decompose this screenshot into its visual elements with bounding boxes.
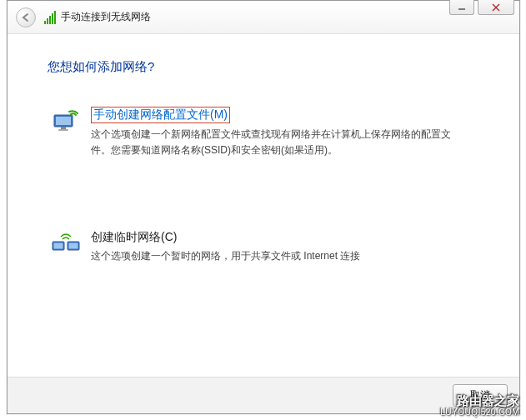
back-arrow-icon	[21, 12, 31, 22]
svg-rect-5	[61, 127, 66, 129]
option-adhoc-title: 创建临时网络(C)	[91, 230, 476, 245]
back-button[interactable]	[16, 8, 36, 28]
option-adhoc-desc: 这个选项创建一个暂时的网络，用于共享文件或 Internet 连接	[91, 248, 458, 264]
wizard-question: 您想如何添加网络?	[48, 59, 479, 75]
wizard-content: 您想如何添加网络? 手动创建网络配置文件(M) 这个选项创建一个新网络配置文件或…	[8, 34, 519, 355]
option-manual-desc: 这个选项创建一个新网络配置文件或查找现有网络并在计算机上保存网络的配置文件。您需…	[91, 127, 458, 158]
svg-rect-6	[58, 129, 68, 131]
watermark-brand: 路由器之家	[440, 394, 519, 408]
close-button[interactable]	[478, 0, 514, 15]
adhoc-network-icon	[51, 230, 81, 260]
option-adhoc-body: 创建临时网络(C) 这个选项创建一个暂时的网络，用于共享文件或 Internet…	[91, 230, 476, 264]
watermark: 路由器之家 LUYOUQI520.COM	[440, 394, 519, 418]
wizard-title: 手动连接到无线网络	[61, 10, 151, 24]
option-manual-profile[interactable]: 手动创建网络配置文件(M) 这个选项创建一个新网络配置文件或查找现有网络并在计算…	[48, 100, 479, 165]
close-icon	[492, 3, 500, 12]
option-manual-title: 手动创建网络配置文件(M)	[91, 107, 230, 123]
wizard-window: 手动连接到无线网络 您想如何添加网络? 手动创建网络配置文件(M) 这个选项创建…	[7, 0, 520, 414]
svg-rect-8	[54, 243, 63, 249]
watermark-url: LUYOUQI520.COM	[440, 408, 519, 417]
minimize-button[interactable]	[449, 0, 474, 15]
option-manual-body: 手动创建网络配置文件(M) 这个选项创建一个新网络配置文件或查找现有网络并在计算…	[91, 107, 476, 158]
wifi-signal-icon	[44, 11, 56, 24]
svg-rect-10	[69, 243, 78, 249]
svg-rect-4	[56, 117, 71, 125]
wizard-header: 手动连接到无线网络	[8, 1, 519, 34]
monitor-wifi-icon	[51, 107, 81, 137]
option-adhoc-network[interactable]: 创建临时网络(C) 这个选项创建一个暂时的网络，用于共享文件或 Internet…	[48, 223, 479, 271]
window-controls	[449, 0, 514, 15]
minimize-icon	[458, 4, 466, 11]
